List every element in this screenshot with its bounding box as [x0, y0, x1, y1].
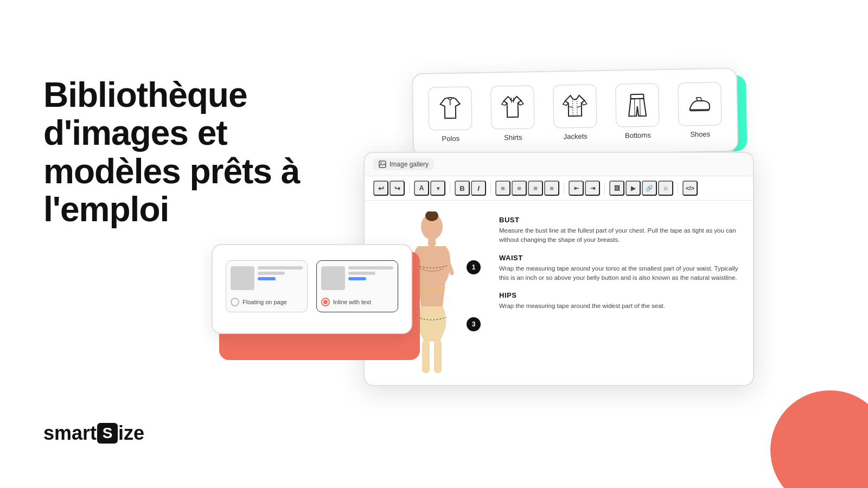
coral-decoration [770, 390, 868, 488]
sep1 [409, 183, 410, 194]
align-justify-button[interactable]: ≡ [544, 181, 559, 196]
polos-label: Polos [442, 134, 459, 143]
bottoms-label: Bottoms [625, 131, 651, 140]
indent-button[interactable]: ⇥ [585, 181, 600, 196]
logo-s-letter: S [97, 423, 118, 444]
gallery-badge-label: Image gallery [390, 160, 429, 168]
shoes-label: Shoes [690, 130, 710, 139]
category-shoes[interactable]: Shoes [678, 82, 722, 138]
code-group: </> [682, 181, 698, 196]
measurements-text: BUST Measure the bust line at the fulles… [499, 211, 740, 374]
shoes-icon-box [678, 82, 722, 126]
sep3 [490, 183, 491, 194]
waist-desc: Wrap the measuring tape around your tors… [499, 264, 740, 283]
hips-section: HIPS Wrap the measuring tape around the … [499, 291, 740, 311]
badge-3-label: 3 [472, 320, 476, 328]
shirts-label: Shirts [504, 133, 522, 142]
layout-options: Floating on page Inline with text [226, 260, 398, 312]
floating-label: Floating on page [242, 299, 287, 305]
waist-title: WAIST [499, 254, 740, 262]
badge-1-label: 1 [472, 264, 476, 271]
waist-section: WAIST Wrap the measuring tape around you… [499, 254, 740, 283]
floating-radio[interactable] [231, 298, 239, 306]
category-polos[interactable]: Polos [428, 86, 473, 143]
inline-radio-fill [323, 300, 328, 304]
hips-title: HIPS [499, 291, 740, 299]
floating-img-placeholder [231, 266, 254, 290]
svg-rect-9 [434, 341, 442, 373]
shirts-icon-box [490, 85, 534, 129]
align-right-button[interactable]: ≡ [528, 181, 543, 196]
logo: smartSize [43, 422, 144, 445]
editor-topbar: Image gallery [365, 153, 753, 176]
category-bottoms[interactable]: Bottoms [615, 83, 660, 139]
align-left-button[interactable]: ≡ [495, 181, 510, 196]
insert-link-button[interactable]: 🔗 [642, 181, 657, 196]
code-button[interactable]: </> [682, 181, 698, 196]
floating-radio-row[interactable]: Floating on page [231, 298, 303, 306]
lp-line2 [348, 266, 393, 269]
align-center-button[interactable]: ≡ [512, 181, 527, 196]
insert-group: 🖼 ▶ 🔗 ☺ [609, 181, 673, 196]
alignment-group: ≡ ≡ ≡ ≡ [495, 181, 559, 196]
editor-toolbar: ↩ ↪ A ▾ B I ≡ ≡ ≡ ≡ ⇤ ⇥ 🖼 [365, 176, 753, 201]
insert-image-button[interactable]: 🖼 [609, 181, 624, 196]
svg-line-1 [635, 99, 635, 116]
inline-preview[interactable]: Inline with text [316, 260, 398, 312]
redo-button[interactable]: ↪ [390, 181, 405, 196]
lp-line [258, 266, 303, 269]
bold-italic-group: B I [455, 181, 486, 196]
editor-card: Image gallery ↩ ↪ A ▾ B I ≡ ≡ ≡ ≡ [363, 152, 754, 386]
font-dropdown-button[interactable]: ▾ [430, 181, 445, 196]
insert-video-button[interactable]: ▶ [626, 181, 641, 196]
categories-card: Polos Shirts [412, 68, 739, 157]
svg-line-2 [640, 99, 641, 116]
gallery-badge: Image gallery [373, 158, 434, 170]
editor-content: 1 2 3 BUST Measure the bust line at the … [365, 201, 753, 385]
lp-line-accent [258, 277, 276, 280]
bust-title: BUST [499, 216, 740, 224]
sep4 [564, 183, 564, 194]
undo-redo-group: ↩ ↪ [373, 181, 405, 196]
undo-button[interactable]: ↩ [373, 181, 388, 196]
category-jackets[interactable]: Jackets [553, 84, 597, 140]
jackets-label: Jackets [564, 132, 588, 141]
jackets-icon-box [553, 84, 597, 128]
left-section: Bibliothèque d'images et modèles prêts à… [43, 76, 304, 229]
measurement-badge-3: 3 [467, 317, 481, 331]
logo-text-after: ize [118, 422, 144, 445]
insert-emoji-button[interactable]: ☺ [658, 181, 673, 196]
main-title: Bibliothèque d'images et modèles prêts à… [43, 76, 304, 229]
floating-preview[interactable]: Floating on page [226, 260, 308, 312]
inline-radio[interactable] [321, 298, 330, 306]
hips-desc: Wrap the measuring tape around the wides… [499, 301, 740, 311]
svg-rect-7 [428, 239, 436, 246]
polos-icon-box [428, 86, 472, 130]
svg-rect-8 [422, 341, 430, 373]
logo-text-before: smart [43, 422, 97, 445]
sep6 [678, 183, 678, 194]
bust-desc: Measure the bust line at the fullest par… [499, 226, 740, 245]
bottoms-icon-box [615, 83, 659, 127]
category-shirts[interactable]: Shirts [490, 85, 535, 142]
categories-row: Polos Shirts [428, 82, 722, 143]
lp-line2-accent [348, 277, 366, 280]
font-group: A ▾ [414, 181, 445, 196]
layout-chooser-card: Floating on page Inline with text [212, 244, 412, 334]
inline-label: Inline with text [333, 299, 371, 305]
measurement-badge-1: 1 [467, 260, 481, 274]
sep2 [450, 183, 450, 194]
indent-group: ⇤ ⇥ [569, 181, 600, 196]
outdent-button[interactable]: ⇤ [569, 181, 584, 196]
sep5 [604, 183, 605, 194]
image-icon [379, 160, 386, 168]
inline-radio-row[interactable]: Inline with text [321, 298, 393, 306]
inline-img-placeholder [321, 266, 345, 290]
lp-line-short [258, 272, 285, 275]
bust-section: BUST Measure the bust line at the fulles… [499, 216, 740, 245]
font-color-button[interactable]: A [414, 181, 429, 196]
italic-button[interactable]: I [471, 181, 486, 196]
bold-button[interactable]: B [455, 181, 470, 196]
lp-line2-short [348, 272, 375, 275]
svg-point-4 [380, 162, 381, 163]
